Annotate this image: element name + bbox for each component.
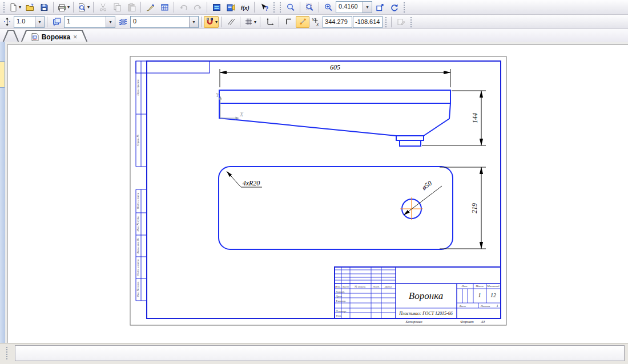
tab-close-icon[interactable]	[73, 34, 77, 40]
coord-x-field[interactable]: 344.279	[323, 16, 352, 28]
dim-height-text: 144	[471, 113, 479, 123]
side-panel-strip	[0, 42, 5, 343]
refresh-view-button[interactable]	[387, 1, 401, 13]
dim-width-text: 219	[470, 203, 478, 213]
coord-x-value: 344.279	[325, 18, 348, 25]
cursor-step-icon	[2, 17, 12, 26]
toolbar-separator	[47, 17, 47, 27]
zoom-marquee-icon	[305, 3, 315, 12]
zoom-in-button[interactable]	[321, 1, 335, 13]
toolbar-grip[interactable]	[403, 2, 405, 13]
zoom-marquee-button[interactable]	[303, 1, 316, 13]
current-layer-combo[interactable]: 0	[130, 16, 199, 28]
part-name: Воронка	[409, 290, 443, 301]
toolbar-separator	[254, 2, 255, 13]
format-painter-button[interactable]	[143, 1, 157, 13]
zoom-scale-dropdown[interactable]	[363, 2, 372, 13]
toolbar-separator	[207, 2, 207, 13]
current-layer-dropdown[interactable]	[189, 17, 198, 27]
views-stack-icon	[52, 17, 62, 26]
redo-button[interactable]	[191, 1, 204, 13]
copy-properties-icon	[396, 17, 406, 26]
toolbar-separator	[221, 17, 222, 27]
toolbar-grip[interactable]	[273, 2, 275, 13]
current-layer-value: 0	[131, 17, 189, 27]
current-view-combo[interactable]: 1	[64, 16, 115, 28]
tb-sheet-header: Лист	[458, 305, 466, 308]
open-document-button[interactable]	[23, 1, 37, 13]
zoom-by-frame-button[interactable]	[284, 1, 297, 13]
drawing-canvas[interactable]: Перв. примен. Справ. № Подп. и дата Инв.…	[0, 42, 628, 343]
cursor-step-combo[interactable]: 1.0	[14, 16, 45, 28]
refresh-icon	[389, 3, 399, 12]
library-manager-button[interactable]	[224, 1, 237, 13]
new-document-icon	[9, 3, 18, 12]
tb-sheets-value: 1	[496, 304, 498, 308]
copy-button[interactable]	[110, 1, 124, 13]
angle-snap-button[interactable]	[224, 16, 237, 28]
toolbar-grip[interactable]	[385, 17, 387, 27]
paste-clipboard-icon	[127, 3, 136, 12]
new-document-button[interactable]	[7, 1, 22, 13]
copy-properties-button[interactable]	[394, 16, 408, 28]
paste-button[interactable]	[124, 1, 138, 13]
part-material: Пластмасс ГОСТ 12015-66	[398, 311, 453, 316]
tb-col-docnum: № докум.	[354, 285, 366, 288]
slope-lines-icon	[226, 17, 236, 26]
toolbar-grip[interactable]	[3, 2, 5, 13]
toolbar-separator	[201, 17, 202, 27]
grid-button[interactable]	[243, 16, 257, 28]
toolbar-grip[interactable]	[410, 17, 412, 27]
fit-document-button[interactable]	[373, 1, 387, 13]
print-preview-button[interactable]	[76, 1, 91, 13]
fx-icon: f(x)	[240, 3, 250, 12]
toolbar-grip[interactable]	[279, 2, 281, 13]
print-icon	[57, 3, 67, 12]
tb-col-list: Лист	[341, 285, 349, 288]
toolbar-separator	[53, 2, 54, 13]
margin-label: Справ. №	[136, 135, 139, 147]
ortho-icon	[284, 17, 293, 26]
print-button[interactable]	[56, 1, 71, 13]
snap-points-button[interactable]	[296, 16, 309, 28]
help-question-text: ?	[265, 5, 268, 11]
cursor-step-button[interactable]	[1, 16, 13, 28]
fx-variables-button[interactable]: f(x)	[238, 1, 252, 13]
x-label-text: x	[316, 22, 319, 26]
margin-label: Взам. инв. №	[136, 238, 139, 254]
coords-input-button[interactable]: Yx	[310, 16, 322, 28]
tb-row-prov: Пров.	[335, 295, 343, 298]
cursor-step-dropdown[interactable]	[35, 17, 44, 27]
zoom-scale-combo[interactable]: 0.4160	[336, 1, 372, 13]
tab-ghost[interactable]	[2, 30, 19, 43]
cut-button[interactable]	[96, 1, 110, 13]
undo-button[interactable]	[176, 1, 190, 13]
collapsed-panel-button[interactable]	[0, 61, 5, 88]
format-value: А3	[480, 319, 485, 323]
current-view-dropdown[interactable]	[106, 17, 115, 27]
tab-document[interactable]: Воронка	[21, 30, 88, 43]
local-cs-button[interactable]	[263, 16, 276, 28]
property-bar-grip[interactable]	[6, 346, 8, 360]
variables-window-button[interactable]	[210, 1, 223, 13]
view-states-button[interactable]	[50, 16, 63, 28]
coord-y-field[interactable]: -108.614	[353, 16, 383, 28]
coordinate-system-icon	[265, 17, 275, 26]
tb-mass-value: 1	[478, 292, 481, 298]
ortho-drawing-button[interactable]	[281, 16, 295, 28]
context-help-button[interactable]: ?	[257, 1, 271, 13]
grid-icon	[244, 17, 253, 26]
save-button[interactable]	[37, 1, 51, 13]
undo-arrow-icon	[179, 3, 188, 12]
spreadsheet-button[interactable]	[158, 1, 171, 13]
fit-page-icon	[375, 3, 385, 12]
dim-length-text: 605	[330, 63, 340, 71]
layer-states-button[interactable]	[116, 16, 130, 28]
current-view-value: 1	[65, 17, 106, 27]
scissors-icon	[98, 3, 108, 12]
tb-scale-value: 12	[490, 292, 496, 298]
tb-mass-header: Масса	[475, 285, 484, 288]
snap-settings-button[interactable]	[204, 16, 219, 28]
save-floppy-icon	[39, 3, 49, 12]
tb-sheets-header: Листов	[480, 305, 490, 308]
